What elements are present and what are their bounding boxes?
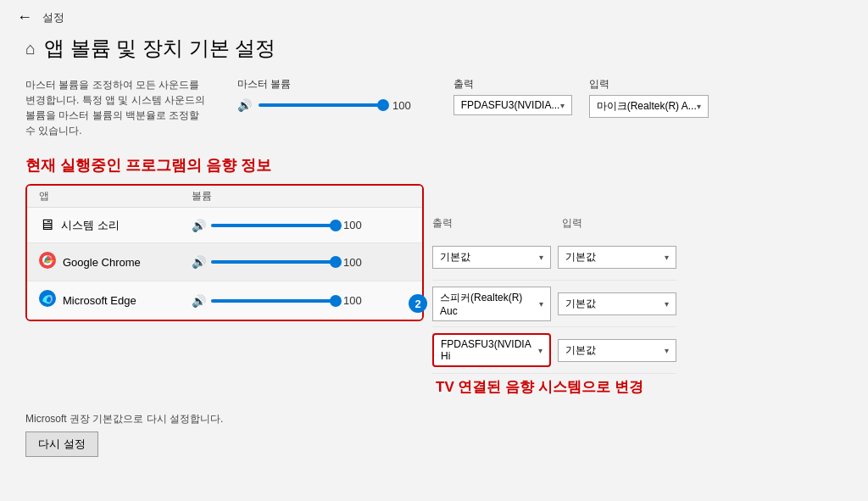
master-description: 마스터 볼륨을 조정하여 모든 사운드를 변경합니다. 특정 앱 및 시스템 사… — [25, 77, 212, 138]
chrome-input-val: 기본값 — [565, 297, 596, 311]
right-output-label: 출력 — [432, 216, 555, 231]
home-icon: ⌂ — [25, 39, 36, 58]
table-row: 🖥 시스템 소리 🔊 100 — [27, 208, 422, 243]
master-input-label: 입력 — [589, 77, 709, 92]
page-title: 앱 볼륨 및 장치 기본 설정 — [44, 35, 275, 62]
badge-2: 2 — [409, 294, 427, 313]
chrome-output-val: 스피커(Realtek(R) Auc — [440, 291, 539, 317]
right-row-chrome: 2 스피커(Realtek(R) Auc ▾ 기본값 ▾ — [432, 281, 676, 327]
master-output-block: 출력 FPDASFU3(NVIDIA... ▾ — [453, 77, 572, 118]
title-bar-text: 설정 — [42, 10, 64, 25]
chrome-cell: Google Chrome — [39, 252, 192, 272]
tv-label: TV 연결된 음향 시스템으로 변경 — [436, 377, 676, 397]
table-row: Microsoft Edge 🔊 100 — [27, 281, 422, 320]
title-bar: ← 설정 — [0, 0, 868, 35]
apps-section: 앱 볼륨 🖥 시스템 소리 🔊 100 — [25, 184, 424, 321]
master-slider[interactable] — [259, 103, 386, 107]
edge-vol-value: 100 — [343, 294, 362, 307]
master-output-value: FPDASFU3(NVIDIA... — [461, 99, 560, 111]
chrome-name: Google Chrome — [63, 256, 141, 269]
reset-description: Microsoft 권장 기본값으로 다시 설정합니다. — [25, 412, 843, 426]
right-row-system: 기본값 ▾ 기본값 ▾ — [432, 234, 676, 281]
system-vol-value: 100 — [343, 219, 362, 231]
chrome-output-dropdown[interactable]: 스피커(Realtek(R) Auc ▾ — [432, 287, 551, 321]
edge-output-val: FPDASFU3(NVIDIA Hi — [441, 338, 538, 362]
chrome-icon — [39, 252, 56, 272]
master-vol-icon: 🔊 — [237, 98, 252, 112]
edge-vol-cell: 🔊 100 — [192, 294, 410, 308]
edge-input-val: 기본값 — [565, 343, 596, 358]
chrome-slider[interactable] — [211, 260, 338, 264]
apps-and-right: 앱 볼륨 🖥 시스템 소리 🔊 100 — [25, 184, 843, 397]
edge-input-dropdown[interactable]: 기본값 ▾ — [558, 339, 676, 362]
master-volume-block: 마스터 볼륨 🔊 100 — [237, 77, 411, 112]
system-output-val: 기본값 — [440, 250, 470, 264]
master-output-dropdown[interactable]: FPDASFU3(NVIDIA... ▾ — [453, 95, 572, 115]
system-sound-name: 시스템 소리 — [61, 218, 120, 233]
master-input-block: 입력 마이크(Realtek(R) A... ▾ — [589, 77, 709, 118]
right-section: 출력 입력 기본값 ▾ 기본값 ▾ 2 스피커(Realtek(R) Auc — [432, 216, 676, 397]
system-sound-icon: 🖥 — [39, 216, 54, 234]
edge-slider[interactable] — [211, 299, 338, 303]
highlight-label: 현재 실행중인 프로그램의 음향 정보 — [25, 155, 843, 175]
right-row-edge: FPDASFU3(NVIDIA Hi ▾ 기본값 ▾ — [432, 327, 676, 374]
edge-name: Microsoft Edge — [63, 294, 136, 307]
col-app: 앱 — [39, 189, 192, 203]
master-input-value: 마이크(Realtek(R) A... — [597, 99, 697, 114]
master-input-arrow: ▾ — [697, 102, 701, 111]
table-row: Google Chrome 🔊 100 — [27, 243, 422, 281]
apps-header: 앱 볼륨 — [27, 186, 422, 208]
master-output-label: 출력 — [453, 77, 572, 92]
chrome-vol-value: 100 — [343, 256, 362, 269]
master-output-arrow: ▾ — [560, 101, 565, 110]
svg-point-3 — [39, 290, 56, 307]
edge-cell: Microsoft Edge — [39, 290, 192, 311]
master-input-dropdown[interactable]: 마이크(Realtek(R) A... ▾ — [589, 95, 709, 118]
back-button[interactable]: ← — [17, 8, 32, 26]
system-vol-icon: 🔊 — [192, 219, 206, 232]
master-volume-row: 🔊 100 — [237, 98, 411, 112]
apps-section-wrapper: 앱 볼륨 🖥 시스템 소리 🔊 100 — [25, 184, 424, 397]
edge-output-dropdown[interactable]: FPDASFU3(NVIDIA Hi ▾ — [432, 333, 551, 367]
main-content: ⌂ 앱 볼륨 및 장치 기본 설정 마스터 볼륨을 조정하여 모든 사운드를 변… — [0, 35, 868, 474]
system-input-dropdown[interactable]: 기본값 ▾ — [558, 246, 676, 269]
chrome-input-dropdown[interactable]: 기본값 ▾ — [558, 292, 676, 315]
bottom-section: Microsoft 권장 기본값으로 다시 설정합니다. 다시 설정 — [25, 412, 843, 457]
system-slider[interactable] — [211, 224, 338, 227]
reset-button[interactable]: 다시 설정 — [25, 431, 98, 457]
system-output-dropdown[interactable]: 기본값 ▾ — [432, 246, 551, 269]
edge-vol-icon: 🔊 — [192, 294, 206, 308]
system-sound-vol-cell: 🔊 100 — [192, 219, 410, 232]
system-input-val: 기본값 — [565, 250, 596, 264]
col-volume: 볼륨 — [192, 189, 410, 203]
master-vol-value: 100 — [392, 99, 411, 112]
system-sound-cell: 🖥 시스템 소리 — [39, 216, 192, 234]
chrome-vol-cell: 🔊 100 — [192, 255, 410, 269]
master-volume-label: 마스터 볼륨 — [237, 77, 411, 92]
master-section: 마스터 볼륨을 조정하여 모든 사운드를 변경합니다. 특정 앱 및 시스템 사… — [25, 77, 843, 138]
edge-icon — [39, 290, 56, 311]
master-output-input: 출력 FPDASFU3(NVIDIA... ▾ 입력 마이크(Realtek(R… — [453, 77, 709, 118]
right-input-label: 입력 — [562, 216, 647, 231]
chrome-vol-icon: 🔊 — [192, 255, 206, 269]
page-title-row: ⌂ 앱 볼륨 및 장치 기본 설정 — [25, 35, 843, 62]
